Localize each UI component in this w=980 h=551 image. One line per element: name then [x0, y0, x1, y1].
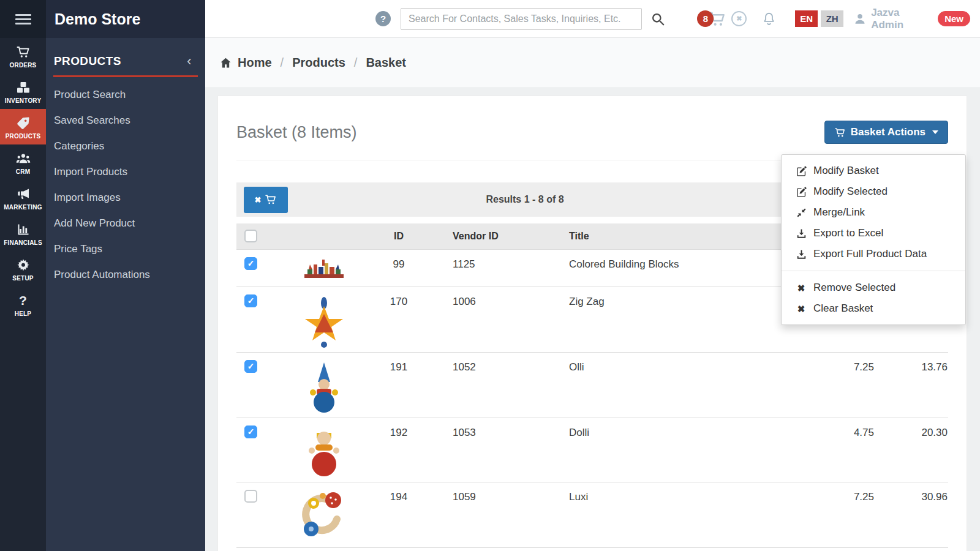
language-zh-button[interactable]: ZH: [821, 10, 843, 27]
product-image[interactable]: [304, 361, 344, 414]
product-title: Colored Building Blocks: [546, 249, 792, 287]
menu-item-modify-selected[interactable]: Modify Selected: [782, 181, 965, 202]
sidebar-title: PRODUCTS: [54, 54, 121, 68]
nav-rail-item-crm[interactable]: CRM: [0, 144, 46, 180]
menu-item-merge-link[interactable]: Merge/Link: [782, 202, 965, 223]
remove-from-basket-button[interactable]: ✖: [244, 187, 288, 213]
search-icon[interactable]: [650, 12, 665, 26]
basket-actions-button[interactable]: Basket Actions: [824, 121, 948, 144]
nav-rail-item-help[interactable]: ?HELP: [0, 287, 46, 322]
sidebar-header[interactable]: PRODUCTS ‹: [46, 38, 205, 75]
x-icon: ✖: [794, 283, 808, 293]
title-column-header[interactable]: Title: [546, 223, 792, 249]
x-icon: ✖: [255, 196, 262, 204]
select-all-checkbox[interactable]: ✓: [244, 230, 257, 242]
menu-item-clear-basket[interactable]: ✖Clear Basket: [782, 298, 965, 319]
menu-item-remove-selected[interactable]: ✖Remove Selected: [782, 277, 965, 298]
row-checkbox[interactable]: ✓: [244, 425, 257, 438]
product-id: 194: [368, 482, 429, 547]
sidebar-item-price-tags[interactable]: Price Tags: [46, 236, 205, 262]
nav-rail-item-inventory[interactable]: INVENTORY: [0, 73, 46, 109]
row-checkbox[interactable]: ✓: [244, 360, 257, 373]
results-count: Results 1 - 8 of 8: [304, 194, 746, 205]
check-icon: ✓: [247, 296, 255, 305]
global-search: [401, 8, 642, 30]
breadcrumb-products[interactable]: Products: [292, 56, 345, 70]
edit-icon: [794, 165, 808, 177]
product-image[interactable]: [301, 491, 347, 544]
table-row: ✓ 192 1053 Dolli 4.75 20.30: [236, 418, 948, 482]
vendor-id: 1052: [429, 352, 546, 418]
bar-chart-icon: [1, 222, 45, 237]
collapse-chevron-icon[interactable]: ‹: [187, 57, 192, 66]
sidebar-items: Product SearchSaved SearchesCategoriesIm…: [46, 77, 205, 288]
merge-icon: [794, 207, 808, 219]
boxes-icon: [1, 80, 45, 95]
breadcrumb-home[interactable]: Home: [238, 56, 272, 70]
product-id: 170: [368, 287, 429, 352]
sidebar-item-product-automations[interactable]: Product Automations: [46, 262, 205, 288]
menu-item-label: Export Full Product Data: [813, 248, 927, 260]
gear-icon: [1, 257, 45, 272]
cart-icon: [1, 44, 45, 59]
sidebar-item-categories[interactable]: Categories: [46, 133, 205, 159]
nav-rail-item-financials[interactable]: FINANCIALS: [0, 216, 46, 251]
home-icon: [219, 56, 232, 69]
table-row: ✓ 194 1059 Luxi 7.25 30.96: [236, 482, 948, 547]
menu-item-modify-basket[interactable]: Modify Basket: [782, 160, 965, 181]
rail-items: ORDERSINVENTORYPRODUCTSCRMMARKETINGFINAN…: [0, 38, 46, 322]
hamburger-menu-button[interactable]: [0, 0, 46, 38]
menu-item-export-full-product-data[interactable]: Export Full Product Data: [782, 244, 965, 264]
user-menu[interactable]: Jazva Admin: [853, 7, 934, 31]
topbar: ? 8 ✖ EN ZH Jazva Admin New: [205, 0, 980, 38]
download-icon: [794, 228, 808, 239]
id-column-header[interactable]: ID: [368, 223, 429, 249]
nav-rail-label: CRM: [1, 168, 45, 175]
menu-item-label: Modify Basket: [813, 165, 879, 177]
nav-rail-item-marketing[interactable]: MARKETING: [0, 180, 46, 216]
notifications-bell-icon[interactable]: [761, 11, 777, 26]
image-column-header: [279, 223, 368, 249]
product-image[interactable]: [304, 258, 344, 283]
sidebar-item-import-products[interactable]: Import Products: [46, 159, 205, 185]
price-1: 7.25: [792, 352, 875, 418]
download-icon: [794, 249, 808, 260]
price-2: 13.76: [875, 352, 948, 418]
nav-rail-item-setup[interactable]: SETUP: [0, 251, 46, 287]
caret-down-icon: [932, 130, 938, 134]
product-title: Celia: [546, 547, 792, 551]
sidebar-item-saved-searches[interactable]: Saved Searches: [46, 108, 205, 133]
basket-shortcut[interactable]: 8: [697, 10, 726, 28]
row-checkbox[interactable]: ✓: [244, 490, 257, 503]
clear-basket-circle-icon[interactable]: ✖: [731, 11, 747, 26]
products-sidebar: Demo Store PRODUCTS ‹ Product SearchSave…: [46, 0, 205, 551]
search-input[interactable]: [407, 13, 635, 25]
sidebar-item-import-images[interactable]: Import Images: [46, 185, 205, 211]
primary-nav-rail: ORDERSINVENTORYPRODUCTSCRMMARKETINGFINAN…: [0, 0, 46, 551]
table-row: ✓ 191 1052 Olli 7.25 13.76: [236, 352, 948, 418]
sidebar-item-product-search[interactable]: Product Search: [46, 82, 205, 108]
sidebar-item-add-new-product[interactable]: Add New Product: [46, 211, 205, 236]
vendor-id-column-header[interactable]: Vendor ID: [429, 223, 546, 249]
hamburger-icon: [15, 14, 31, 16]
basket-actions-dropdown: Modify BasketModify SelectedMerge/LinkEx…: [781, 154, 966, 325]
product-image[interactable]: [303, 296, 345, 348]
nav-rail-item-orders[interactable]: ORDERS: [0, 38, 46, 73]
product-image[interactable]: [304, 427, 344, 478]
language-en-button[interactable]: EN: [795, 10, 818, 27]
user-icon: [853, 12, 867, 26]
menu-item-export-to-excel[interactable]: Export to Excel: [782, 223, 965, 244]
product-title: Zig Zag: [546, 287, 792, 352]
nav-rail-item-products[interactable]: PRODUCTS: [0, 109, 46, 144]
breadcrumb-separator: /: [281, 56, 284, 70]
help-icon[interactable]: ?: [375, 11, 391, 26]
check-icon: ✓: [247, 427, 255, 436]
check-icon: ✓: [247, 259, 255, 268]
menu-item-label: Remove Selected: [813, 282, 895, 294]
new-badge: New: [938, 11, 970, 26]
menu-item-label: Merge/Link: [813, 206, 865, 219]
vendor-id: 1059: [429, 482, 546, 547]
row-checkbox[interactable]: ✓: [244, 257, 257, 270]
row-checkbox[interactable]: ✓: [244, 294, 257, 307]
price-2: 30.96: [875, 482, 948, 547]
